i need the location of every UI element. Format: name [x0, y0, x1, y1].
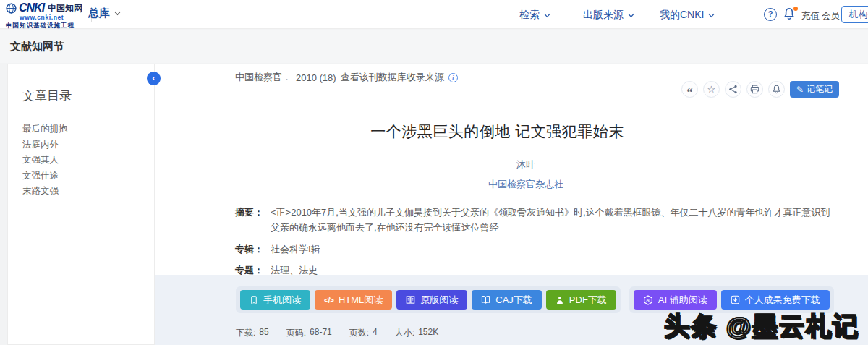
nav-search[interactable]: 检索 — [519, 9, 550, 22]
logo-cn-name: 中国知网 — [48, 2, 82, 14]
toc-item[interactable]: 最后的拥抱 — [22, 124, 154, 133]
download-section: 手机阅读 </> HTML阅读 原版阅读 — [155, 275, 868, 345]
album-row: 专辑： 社会科学Ⅰ辑 — [235, 243, 839, 256]
journal-name-link[interactable]: 中国检察官． — [235, 71, 292, 84]
affiliation-link[interactable]: 中国检察官杂志社 — [155, 178, 868, 191]
cnki-logo[interactable]: CNKI 中国知网 www.cnki.net 中国知识基础设施工程 — [6, 1, 93, 30]
ai-icon: AI — [643, 295, 653, 305]
stat-downloads: 下载: 85 — [236, 327, 269, 339]
chevron-down-icon — [544, 13, 550, 18]
stat-value: 85 — [259, 327, 268, 339]
toc-title: 文章目录 — [22, 88, 154, 104]
info-icon[interactable]: i — [448, 73, 458, 82]
pdf-download-label: PDF下载 — [569, 294, 607, 307]
toc-item[interactable]: 末路文强 — [22, 187, 154, 195]
stat-value: 4 — [373, 327, 378, 339]
library-dropdown[interactable]: 总库 — [88, 7, 121, 20]
album-value: 社会科学Ⅰ辑 — [271, 243, 320, 256]
download-icon — [731, 295, 740, 304]
pages-icon — [406, 295, 415, 304]
article-title: 一个涉黑巨头的倒地 记文强犯罪始末 — [155, 122, 868, 142]
source-database-link[interactable]: 查看该刊数据库收录来源 — [341, 71, 444, 84]
abstract-row: 摘要： <正>2010年7月,当文强的儿子文伽昊接到关于父亲的《领取骨灰通知书》… — [235, 205, 839, 235]
stat-label: 大小: — [395, 327, 414, 339]
toc-item[interactable]: 文强其人 — [22, 156, 154, 164]
article-toc-sidebar: ‹ 文章目录 最后的拥抱 法庭内外 文强其人 文强仕途 末路文强 — [7, 64, 155, 345]
ai-assist-read-button[interactable]: AI AI 辅助阅读 — [634, 290, 717, 310]
notification-bell-icon[interactable] — [783, 7, 797, 22]
stat-value: 152K — [418, 327, 438, 339]
author-link[interactable]: 沐叶 — [155, 158, 868, 171]
phone-icon — [250, 296, 258, 304]
toc-list: 最后的拥抱 法庭内外 文强其人 文强仕途 末路文强 — [22, 124, 154, 195]
breadcrumb: 文献知网节 — [10, 40, 64, 54]
chevron-down-icon — [708, 13, 715, 18]
print-button[interactable] — [746, 81, 763, 98]
nav-my-cnki-label: 我的CNKI — [660, 9, 704, 22]
code-icon: </> — [324, 296, 333, 304]
toutiao-watermark: 头条 @墨云札记 — [664, 310, 859, 344]
chevron-down-icon — [628, 13, 634, 18]
book-icon — [481, 295, 490, 304]
original-read-label: 原版阅读 — [420, 294, 458, 307]
logo-url: www.cnki.net — [20, 14, 93, 21]
article-toolbar: “ ☆ ✎ 记笔记 — [681, 81, 839, 98]
stat-value: 68-71 — [310, 327, 332, 339]
original-read-button[interactable]: 原版阅读 — [396, 290, 467, 310]
take-note-label: 记笔记 — [807, 83, 833, 95]
pencil-icon: ✎ — [796, 85, 804, 95]
stat-page-count: 页数: 4 — [349, 327, 378, 339]
abstract-text: <正>2010年7月,当文强的儿子文伽昊接到关于父亲的《领取骨灰通知书》时,这个… — [271, 205, 839, 235]
cite-button[interactable]: “ — [681, 81, 698, 98]
stat-label: 页码: — [286, 327, 306, 339]
abstract-label: 摘要： — [235, 205, 263, 235]
top-header: CNKI 中国知网 www.cnki.net 中国知识基础设施工程 总库 检索 … — [0, 0, 868, 29]
alert-button[interactable] — [768, 81, 785, 98]
nav-publish-source[interactable]: 出版来源 — [583, 9, 634, 22]
ai-assist-read-label: AI 辅助阅读 — [658, 294, 707, 307]
toc-item[interactable]: 法庭内外 — [22, 140, 154, 149]
caj-download-button[interactable]: CAJ下载 — [472, 290, 542, 310]
share-icon — [728, 85, 738, 94]
stat-label: 下载: — [236, 327, 255, 339]
stat-file-size: 大小: 152K — [395, 327, 438, 339]
read-download-tray: 手机阅读 </> HTML阅读 原版阅读 — [236, 286, 621, 313]
member-link[interactable]: 会员 — [822, 10, 840, 22]
bell-icon — [772, 85, 781, 94]
html-read-button[interactable]: </> HTML阅读 — [315, 290, 392, 310]
recharge-link[interactable]: 充值 — [801, 10, 820, 22]
globe-icon — [6, 3, 17, 14]
share-button[interactable] — [725, 81, 741, 98]
svg-text:AI: AI — [646, 298, 650, 302]
favorite-button[interactable]: ☆ — [703, 81, 720, 98]
breadcrumb-bar: 文献知网节 — [0, 30, 868, 63]
toc-item[interactable]: 文强仕途 — [22, 171, 154, 180]
take-note-button[interactable]: ✎ 记笔记 — [790, 81, 839, 98]
personal-free-download-label: 个人成果免费下载 — [745, 294, 820, 307]
album-label: 专辑： — [235, 243, 263, 256]
help-icon[interactable]: ? — [764, 8, 777, 21]
personal-free-download-button[interactable]: 个人成果免费下载 — [721, 290, 830, 310]
stat-pages-range: 页码: 68-71 — [286, 327, 332, 339]
org-login-button[interactable]: 机构登录 — [841, 6, 868, 23]
logo-cnki-text: CNKI — [19, 1, 44, 14]
article-detail-panel: 中国检察官． 2010 (18) 查看该刊数据库收录来源 i “ ☆ — [155, 64, 868, 345]
notification-dot — [793, 7, 798, 11]
mobile-read-label: 手机阅读 — [263, 294, 301, 307]
html-read-label: HTML阅读 — [339, 294, 383, 307]
printer-icon — [750, 85, 760, 94]
nav-search-label: 检索 — [519, 9, 540, 22]
library-label: 总库 — [88, 7, 110, 20]
chevron-down-icon — [114, 11, 121, 16]
quote-icon: “ — [686, 84, 692, 95]
nav-publish-label: 出版来源 — [583, 9, 624, 22]
mobile-read-button[interactable]: 手机阅读 — [240, 290, 310, 310]
nav-my-cnki[interactable]: 我的CNKI — [660, 9, 715, 22]
star-icon: ☆ — [707, 85, 716, 94]
person-icon — [556, 296, 564, 304]
caj-download-label: CAJ下载 — [495, 294, 532, 307]
stat-label: 页数: — [349, 327, 369, 339]
journal-issue: 2010 (18) — [296, 72, 336, 83]
sidebar-collapse-button[interactable]: ‹ — [147, 72, 161, 85]
pdf-download-button[interactable]: PDF下载 — [546, 290, 616, 310]
